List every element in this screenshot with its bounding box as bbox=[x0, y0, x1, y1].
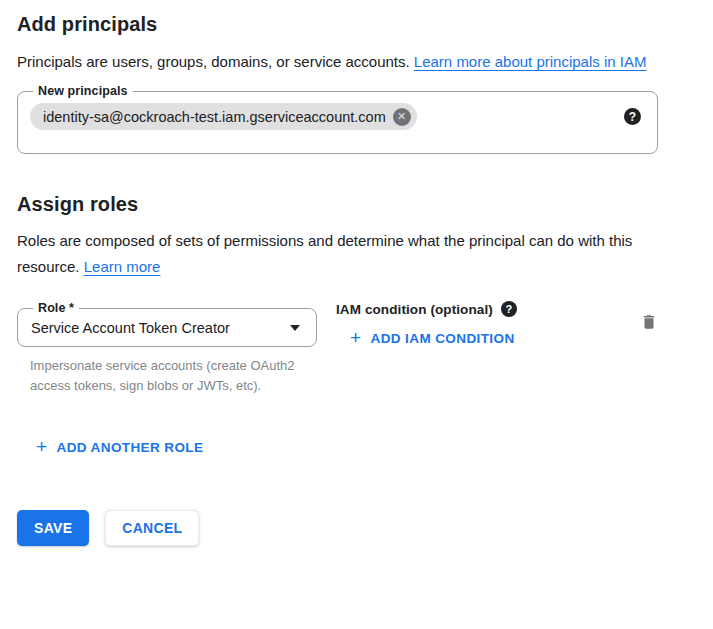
principal-chip: identity-sa@cockroach-test.iam.gservicea… bbox=[30, 103, 417, 130]
learn-more-roles-link[interactable]: Learn more bbox=[84, 258, 161, 275]
plus-icon: + bbox=[350, 328, 362, 347]
add-principals-panel: Add principals Principals are users, gro… bbox=[0, 0, 713, 546]
principals-description-text: Principals are users, groups, domains, o… bbox=[17, 53, 414, 70]
new-principals-content: identity-sa@cockroach-test.iam.gservicea… bbox=[30, 103, 645, 130]
principal-chip-text: identity-sa@cockroach-test.iam.gservicea… bbox=[43, 109, 386, 125]
plus-icon: + bbox=[36, 437, 48, 456]
assign-roles-title: Assign roles bbox=[17, 193, 658, 216]
iam-condition-help-icon[interactable]: ? bbox=[501, 301, 517, 317]
roles-description: Roles are composed of sets of permission… bbox=[17, 228, 658, 280]
role-selected-value: Service Account Token Creator bbox=[31, 320, 230, 336]
save-button[interactable]: SAVE bbox=[17, 510, 89, 546]
add-another-role-button[interactable]: + ADD ANOTHER ROLE bbox=[36, 438, 203, 457]
add-iam-condition-button[interactable]: + ADD IAM CONDITION bbox=[350, 329, 515, 348]
chip-remove-icon[interactable]: ✕ bbox=[393, 108, 411, 126]
add-another-role-label: ADD ANOTHER ROLE bbox=[57, 440, 204, 455]
role-select[interactable]: Service Account Token Creator bbox=[30, 317, 304, 336]
page-title: Add principals bbox=[17, 13, 658, 36]
iam-condition-label-row: IAM condition (optional) ? bbox=[336, 301, 640, 317]
role-select-field[interactable]: Role * Service Account Token Creator bbox=[17, 301, 317, 347]
chevron-down-icon bbox=[290, 325, 300, 331]
role-helper-text: Impersonate service accounts (create OAu… bbox=[30, 356, 302, 396]
iam-condition-label: IAM condition (optional) bbox=[336, 302, 493, 317]
cancel-button[interactable]: CANCEL bbox=[105, 510, 199, 546]
dialog-actions: SAVE CANCEL bbox=[17, 510, 658, 546]
trash-icon bbox=[640, 311, 658, 333]
role-label: Role * bbox=[33, 301, 79, 315]
role-column: Role * Service Account Token Creator Imp… bbox=[17, 301, 317, 396]
new-principals-label: New principals bbox=[33, 84, 133, 98]
role-row: Role * Service Account Token Creator Imp… bbox=[17, 301, 658, 396]
add-iam-condition-label: ADD IAM CONDITION bbox=[371, 331, 515, 346]
principals-help-icon[interactable]: ? bbox=[624, 108, 641, 125]
delete-role-button[interactable] bbox=[640, 311, 658, 336]
principals-description: Principals are users, groups, domains, o… bbox=[17, 49, 658, 75]
iam-condition-column: IAM condition (optional) ? + ADD IAM CON… bbox=[317, 301, 640, 349]
new-principals-field[interactable]: New principals identity-sa@cockroach-tes… bbox=[17, 84, 658, 154]
learn-more-principals-link[interactable]: Learn more about principals in IAM bbox=[414, 53, 647, 70]
